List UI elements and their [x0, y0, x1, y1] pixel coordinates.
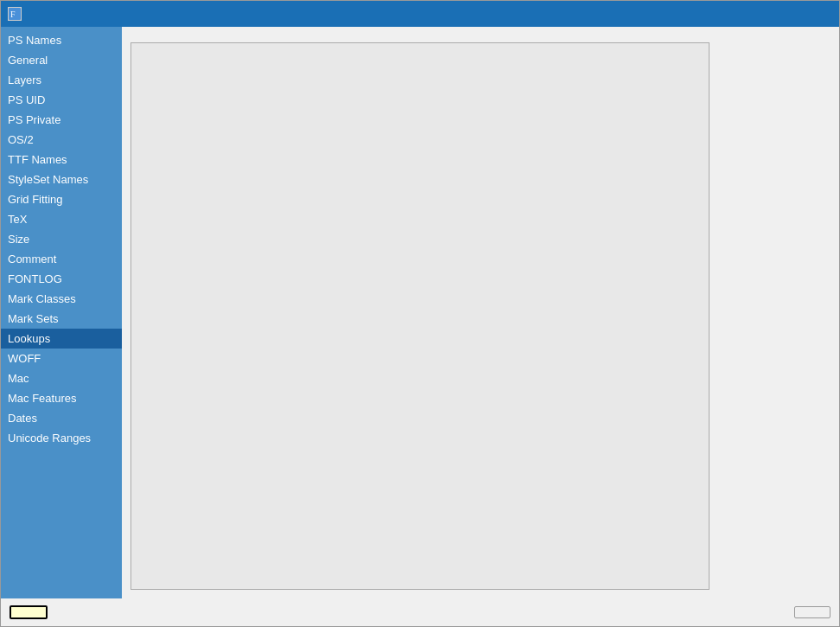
sidebar-item-mac[interactable]: Mac: [1, 368, 122, 388]
maximize-button[interactable]: [786, 5, 808, 22]
sidebar-item-woff[interactable]: WOFF: [1, 349, 122, 368]
sidebar-item-mac-features[interactable]: Mac Features: [1, 388, 122, 408]
title-bar: F: [1, 1, 839, 27]
sidebar-item-mark-classes[interactable]: Mark Classes: [1, 289, 122, 309]
sidebar-item-comment[interactable]: Comment: [1, 249, 122, 269]
sidebar-item-dates[interactable]: Dates: [1, 408, 122, 428]
footer: [1, 598, 839, 626]
sidebar-item-lookups[interactable]: Lookups: [1, 329, 122, 349]
close-button[interactable]: [810, 5, 832, 22]
main-window: F PS NamesGeneralLayersPS UIDPS PrivateO…: [0, 0, 840, 627]
sidebar-item-unicode-ranges[interactable]: Unicode Ranges: [1, 428, 122, 448]
svg-text:F: F: [10, 10, 16, 19]
sidebar-item-size[interactable]: Size: [1, 229, 122, 249]
main-content: [122, 27, 839, 598]
lookup-list-container[interactable]: [130, 42, 710, 590]
sidebar-item-fontlog[interactable]: FONTLOG: [1, 269, 122, 289]
sidebar-item-ttf-names[interactable]: TTF Names: [1, 150, 122, 170]
minimize-button[interactable]: [761, 5, 784, 22]
sidebar-item-grid-fitting[interactable]: Grid Fitting: [1, 189, 122, 209]
window-icon: F: [8, 7, 22, 21]
cancel-button[interactable]: [794, 606, 830, 618]
right-panel: [710, 42, 830, 590]
sidebar-item-ps-names[interactable]: PS Names: [1, 30, 122, 50]
sidebar: PS NamesGeneralLayersPS UIDPS PrivateOS/…: [1, 27, 122, 598]
sidebar-item-ps-private[interactable]: PS Private: [1, 110, 122, 130]
sidebar-item-layers[interactable]: Layers: [1, 70, 122, 90]
sidebar-item-general[interactable]: General: [1, 50, 122, 70]
sidebar-item-styleset-names[interactable]: StyleSet Names: [1, 170, 122, 189]
sidebar-item-ps-uid[interactable]: PS UID: [1, 90, 122, 110]
window-controls: [761, 5, 832, 22]
sidebar-item-tex[interactable]: TeX: [1, 209, 122, 229]
lookup-area: [130, 42, 830, 590]
window-body: PS NamesGeneralLayersPS UIDPS PrivateOS/…: [1, 27, 839, 598]
sidebar-item-os2[interactable]: OS/2: [1, 130, 122, 150]
sidebar-item-mark-sets[interactable]: Mark Sets: [1, 309, 122, 329]
ok-button[interactable]: [10, 605, 48, 619]
lookup-list: [131, 43, 709, 47]
